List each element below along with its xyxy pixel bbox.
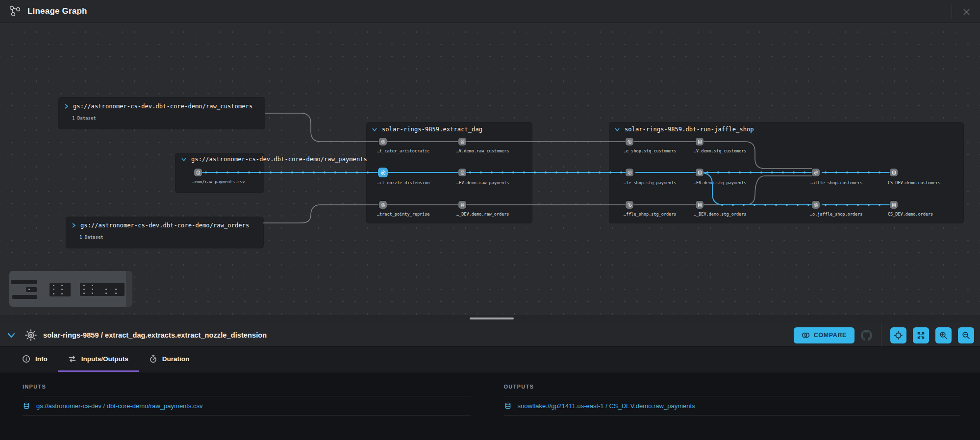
input-link[interactable]: gs://astronomer-cs-dev / dbt-core-demo/r… [36,402,203,410]
tab-label: Duration [162,355,190,363]
zoom-out-icon [962,331,970,340]
dataset-label: …_DEV.demo.raw_orders [456,212,509,217]
lineage-header: Lineage Graph [0,0,980,23]
task-icon-extract-pointy-reprise[interactable] [379,201,387,209]
chevron-down-icon[interactable] [614,127,620,132]
toolbar-divider [881,323,881,347]
dataset-title: gs://astronomer-cs-dev.dbt-core-demo/raw… [80,222,249,229]
task-gear-icon [25,329,37,342]
input-row[interactable]: gs://astronomer-cs-dev / dbt-core-demo/r… [23,396,471,416]
info-icon [22,355,30,363]
outputs-header: OUTPUTS [504,384,961,396]
center-graph-button[interactable] [890,327,906,343]
group-title: solar-rings-9859.extract_dag [382,126,482,133]
group-node-dbt-run-jaffle-shop[interactable]: solar-rings-9859.dbt-run-jaffle_shop [609,122,963,223]
compare-icon [802,332,810,339]
minimap-node [12,295,37,299]
compare-button[interactable]: COMPARE [794,327,854,343]
dataset-label: …V.demo.raw_customers [456,148,509,153]
dataset-icon-csdev-orders[interactable] [890,201,898,209]
minimap-dot [28,289,30,290]
inputs-column: INPUTS gs://astronomer-cs-dev / dbt-core… [0,372,490,416]
dataset-icon-demo-stg-customers[interactable] [696,138,704,146]
output-row[interactable]: snowflake://gp21411.us-east-1 / CS_DEV.d… [504,396,961,416]
dataset-label: CS_DEV.demo.orders [888,212,933,217]
database-icon [23,402,30,410]
minimap-node [11,280,37,284]
dataset-node-raw-orders[interactable]: gs://astronomer-cs-dev.dbt-core-demo/raw… [66,217,263,248]
task-icon-jaffle-orders[interactable] [812,201,820,209]
collapse-panel-chevron-icon[interactable] [7,332,16,339]
dataset-icon-demo-raw-payments[interactable] [458,169,466,176]
chevron-right-icon[interactable] [72,222,76,228]
dataset-icon-demo-raw-customers[interactable] [458,138,466,146]
dataset-node-raw-customers[interactable]: gs://astronomer-cs-dev.dbt-core-demo/raw… [59,98,265,129]
selected-task-title: solar-rings-9859 / extract_dag.extracts.… [43,331,267,339]
inputs-header: INPUTS [23,384,471,396]
dataset-icon-demo-stg-payments[interactable] [696,169,704,176]
crosshair-icon [894,331,903,340]
minimap-selected-dot [53,289,54,290]
group-title: solar-rings-9859.dbt-run-jaffle_shop [625,126,754,133]
dataset-title: gs://astronomer-cs-dev.dbt-core-demo/raw… [191,156,367,163]
fit-to-screen-button[interactable] [913,327,929,343]
group-node-extract-dag[interactable]: solar-rings-9859.extract_dag [367,122,532,223]
task-label: …ffle_shop.stg_orders [624,212,676,217]
database-icon [504,402,512,410]
minimap-group [80,283,125,296]
chevron-right-icon[interactable] [64,103,69,109]
task-icon-stg-payments[interactable] [626,169,633,176]
detail-panel-header: solar-rings-9859 / extract_dag.extracts.… [0,323,980,347]
dataset-icon-raw-payments-csv[interactable] [194,169,202,176]
task-icon-extract-cater-aristocratic[interactable] [379,138,387,146]
dataset-label: …V.demo.stg_customers [694,148,746,153]
minimap-node [26,287,37,292]
zoom-in-icon [939,331,948,340]
header-divider [952,4,952,19]
task-label: …affle_shop.customers [810,180,862,185]
detail-tabs: Info Inputs/Outputs Duration [0,347,980,372]
minimap-group [50,283,71,296]
task-label: …le_shop.stg_payments [624,180,676,185]
outputs-column: OUTPUTS snowflake://gp21411.us-east-1 / … [490,372,980,416]
zoom-out-button[interactable] [958,327,974,343]
task-label: …tract_pointy_reprise [377,212,429,217]
dataset-label: …EV.demo.stg_payments [694,180,746,185]
lineage-canvas[interactable]: gs://astronomer-cs-dev.dbt-core-demo/raw… [0,23,980,323]
tab-duration[interactable]: Duration [139,347,200,372]
minimap-viewport-mask [126,271,132,307]
task-label: …t_cater_aristocratic [377,148,429,153]
chevron-down-icon[interactable] [181,157,187,162]
chevron-down-icon[interactable] [372,127,377,132]
dataset-icon-demo-raw-orders[interactable] [458,201,466,209]
inputs-outputs-icon [68,355,76,363]
task-icon-stg-customers[interactable] [626,138,633,146]
dataset-label: CS_DEV.demo.customers [888,180,940,185]
page-title: Lineage Graph [27,6,87,16]
dataset-child-label: …emo/raw_payments.csv [192,179,245,184]
detail-panel: solar-rings-9859 / extract_dag.extracts.… [0,323,980,440]
compare-label: COMPARE [814,332,847,339]
task-label: …o.jaffle_shop.orders [810,212,862,217]
github-icon[interactable] [861,330,872,341]
tab-label: Inputs/Outputs [81,355,128,363]
graph-minimap[interactable] [9,271,132,307]
task-icon-jaffle-customers[interactable] [812,169,820,176]
dataset-icon-csdev-customers[interactable] [890,169,898,176]
task-label: …ct_nozzle_distension [377,180,429,185]
task-icon-stg-orders[interactable] [626,201,633,209]
tab-info[interactable]: Info [12,347,58,372]
dataset-icon-demo-stg-orders[interactable] [696,201,704,209]
task-icon-extract-nozzle-distension-selected[interactable] [378,168,388,177]
output-link[interactable]: snowflake://gp21411.us-east-1 / CS_DEV.d… [518,402,695,410]
tab-inputs-outputs[interactable]: Inputs/Outputs [58,347,139,372]
hscroll-thumb[interactable] [470,318,514,319]
inputs-outputs-content: INPUTS gs://astronomer-cs-dev / dbt-core… [0,372,980,416]
zoom-in-button[interactable] [935,327,952,343]
dataset-label: …EV.demo.raw_payments [456,180,509,185]
lineage-graph-icon [9,5,22,18]
task-label: …e_shop.stg_customers [624,148,676,153]
close-icon[interactable] [960,6,972,18]
dataset-meta: 1 Dataset [79,235,103,240]
dataset-label: …_DEV.demo.stg_orders [694,212,746,217]
